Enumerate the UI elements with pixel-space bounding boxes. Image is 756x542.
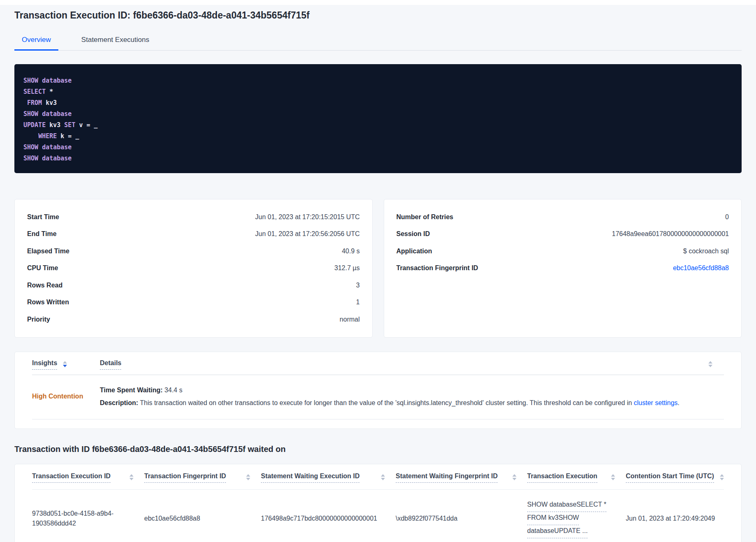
- sort-icon[interactable]: [381, 474, 385, 480]
- info-row-cpu-time: CPU Time 312.7 µs: [27, 260, 360, 277]
- sort-up-arrow-icon: [720, 474, 724, 477]
- transaction-execution-link[interactable]: FROM kv3SHOW: [527, 512, 579, 525]
- waiting-value: 34.4 s: [163, 387, 182, 394]
- info-row-end-time: End Time Jun 01, 2023 at 17:20:56:2056 U…: [27, 226, 360, 243]
- header-label[interactable]: Transaction Execution: [527, 473, 597, 483]
- sql-keyword-token: SHOW database: [23, 144, 71, 151]
- info-value: 0: [725, 213, 729, 221]
- transaction-execution-link[interactable]: SHOW databaseSELECT *: [527, 499, 606, 512]
- info-label: Elapsed Time: [27, 248, 69, 255]
- sql-text-token: [23, 132, 38, 140]
- info-label: Start Time: [27, 213, 59, 221]
- sql-line: SHOW database: [23, 109, 732, 120]
- sql-keyword-token: SET: [64, 121, 75, 129]
- info-value: 3: [356, 282, 360, 289]
- info-value: 1: [356, 299, 360, 306]
- sort-icon[interactable]: [720, 474, 724, 480]
- session-summary-card: Number of Retries 0 Session ID 17648a9ee…: [384, 199, 742, 338]
- sort-icon[interactable]: [708, 361, 712, 367]
- insights-header-label[interactable]: Insights: [32, 359, 57, 370]
- sort-down-arrow-icon: [246, 478, 250, 480]
- column-header-statement-waiting-fingerprint-id[interactable]: Statement Waiting Fingerprint ID: [396, 473, 527, 483]
- top-strip: [0, 0, 756, 5]
- info-row-priority: Priority normal: [27, 311, 360, 328]
- info-label: Rows Written: [27, 299, 69, 306]
- info-value: 40.9 s: [342, 248, 360, 255]
- cell-transaction-execution-id: 9738d051-bc0e-4158-a9b4-1903586ddd42: [32, 509, 144, 528]
- waiting-label: Time Spent Waiting:: [100, 387, 163, 394]
- sql-keyword-token: SHOW database: [23, 77, 71, 84]
- sql-text-token: *: [46, 88, 53, 95]
- info-row-elapsed-time: Elapsed Time 40.9 s: [27, 243, 360, 260]
- transaction-details-page: Transaction Execution ID: f6be6366-da03-…: [0, 10, 756, 542]
- waited-on-section-title: Transaction with ID f6be6366-da03-48de-a…: [14, 445, 742, 454]
- cell-transaction-execution: SHOW databaseSELECT * FROM kv3SHOW datab…: [527, 499, 626, 538]
- header-label[interactable]: Transaction Execution ID: [32, 473, 111, 483]
- transaction-execution-link[interactable]: databaseUPDATE ...: [527, 525, 588, 538]
- sort-down-arrow-icon: [381, 478, 385, 480]
- column-header-transaction-execution-id[interactable]: Transaction Execution ID: [32, 473, 144, 483]
- sort-icon[interactable]: [512, 474, 516, 480]
- tab-statement-executions[interactable]: Statement Executions: [74, 32, 157, 51]
- column-header-statement-waiting-execution-id[interactable]: Statement Waiting Execution ID: [261, 473, 396, 483]
- sort-up-arrow-icon: [611, 474, 615, 477]
- sql-text-token: v = _: [75, 121, 97, 129]
- sql-text-token: [23, 99, 27, 107]
- waited-on-table-row: 9738d051-bc0e-4158-a9b4-1903586ddd42 ebc…: [32, 490, 724, 542]
- sql-text-token: kv3: [42, 99, 57, 107]
- cluster-settings-link[interactable]: cluster settings: [634, 399, 678, 406]
- sort-up-arrow-icon: [708, 361, 712, 364]
- info-row-retries: Number of Retries 0: [396, 208, 729, 226]
- sql-keyword-token: SHOW database: [23, 110, 71, 118]
- description-text: This transaction waited on other transac…: [138, 399, 634, 406]
- info-label: Priority: [27, 316, 50, 323]
- header-label[interactable]: Transaction Fingerprint ID: [144, 473, 226, 483]
- insights-column-header[interactable]: Insights: [32, 359, 100, 370]
- info-label: Application: [396, 248, 432, 255]
- info-row-application: Application $ cockroach sql: [396, 243, 729, 260]
- sql-keyword-token: FROM: [27, 99, 42, 107]
- cell-statement-waiting-fingerprint-id: \xdb8922f077541dda: [396, 514, 527, 523]
- time-spent-waiting-line: Time Spent Waiting: 34.4 s: [100, 385, 724, 396]
- insight-type-label: High Contention: [32, 393, 100, 400]
- sql-line: FROM kv3: [23, 97, 732, 109]
- sort-down-arrow-icon: [129, 478, 134, 480]
- transaction-fingerprint-link[interactable]: ebc10ae56cfd88a8: [673, 264, 729, 272]
- sql-line: SHOW database: [23, 75, 732, 86]
- info-row-session-id: Session ID 17648a9eea6017800000000000000…: [396, 226, 729, 243]
- column-header-contention-start-time[interactable]: Contention Start Time (UTC): [626, 473, 724, 483]
- sql-statements-box: SHOW databaseSELECT * FROM kv3SHOW datab…: [14, 64, 742, 173]
- tab-bar: Overview Statement Executions: [14, 32, 742, 51]
- sort-down-arrow-icon: [708, 365, 712, 367]
- sql-keyword-token: UPDATE: [23, 121, 46, 129]
- info-row-rows-read: Rows Read 3: [27, 277, 360, 294]
- header-label[interactable]: Statement Waiting Execution ID: [261, 473, 360, 483]
- sort-icon[interactable]: [129, 474, 134, 480]
- info-row-transaction-fingerprint-id: Transaction Fingerprint ID ebc10ae56cfd8…: [396, 260, 729, 277]
- summary-cards: Start Time Jun 01, 2023 at 17:20:15:2015…: [14, 199, 742, 338]
- page-title: Transaction Execution ID: f6be6366-da03-…: [14, 10, 742, 21]
- sort-icon[interactable]: [246, 474, 250, 480]
- sql-text-token: k = _: [57, 132, 79, 140]
- sort-icon[interactable]: [63, 361, 67, 367]
- description-suffix: .: [678, 399, 679, 406]
- details-header-label[interactable]: Details: [100, 359, 121, 370]
- info-value: $ cockroach sql: [683, 248, 729, 255]
- header-label[interactable]: Statement Waiting Fingerprint ID: [396, 473, 498, 483]
- info-label: CPU Time: [27, 264, 58, 272]
- column-header-transaction-execution[interactable]: Transaction Execution: [527, 473, 626, 483]
- insights-table-header: Insights Details: [32, 359, 724, 370]
- header-label[interactable]: Contention Start Time (UTC): [626, 473, 714, 483]
- info-label: Rows Read: [27, 282, 62, 289]
- column-header-transaction-fingerprint-id[interactable]: Transaction Fingerprint ID: [144, 473, 261, 483]
- sql-line: SHOW database: [23, 153, 732, 164]
- info-value: Jun 01, 2023 at 17:20:56:2056 UTC: [255, 230, 360, 238]
- execution-summary-card: Start Time Jun 01, 2023 at 17:20:15:2015…: [14, 199, 373, 338]
- info-label: End Time: [27, 230, 57, 238]
- insight-details: Time Spent Waiting: 34.4 s Description: …: [100, 385, 724, 408]
- description-line: Description: This transaction waited on …: [100, 398, 724, 408]
- sort-up-arrow-icon: [129, 474, 134, 477]
- sort-icon[interactable]: [611, 474, 615, 480]
- tab-overview[interactable]: Overview: [14, 32, 58, 51]
- insight-row: High Contention Time Spent Waiting: 34.4…: [32, 375, 724, 419]
